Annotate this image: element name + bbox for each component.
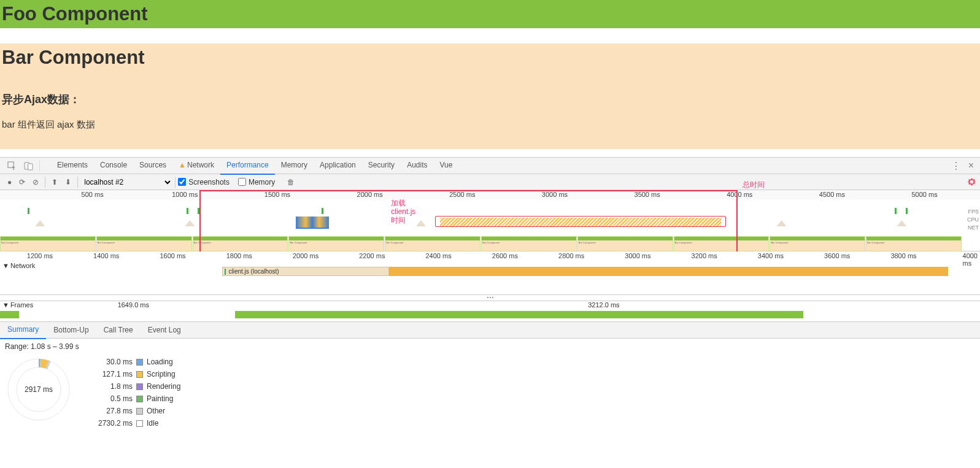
tab-application[interactable]: Application (314, 157, 362, 175)
close-icon[interactable]: × (968, 160, 974, 171)
legend-row-rendering: 1.8 msRendering (91, 380, 180, 393)
network-track[interactable]: client.js (localhost) (43, 261, 980, 294)
tab-console[interactable]: Console (94, 157, 133, 175)
bar-subtitle: 异步Ajax数据： (2, 92, 978, 107)
tab-list: ElementsConsoleSources▲NetworkPerformanc… (51, 157, 458, 175)
legend-row-idle: 2730.2 msIdle (91, 417, 180, 429)
page-preview: Foo Component Bar Component 异步Ajax数据： ba… (0, 0, 980, 149)
summary-legend: 30.0 msLoading127.1 msScripting1.8 msRen… (91, 356, 180, 429)
tab-sources[interactable]: Sources (133, 157, 172, 175)
tab-vue[interactable]: Vue (433, 157, 458, 175)
profile-selector[interactable]: localhost #2 (80, 177, 172, 187)
detail-tabs: SummaryBottom-UpCall TreeEvent Log (0, 322, 980, 339)
network-lane-label[interactable]: ▼Network (0, 261, 43, 270)
frames-track[interactable] (0, 311, 980, 321)
overview-timeline[interactable]: 500 ms1000 ms1500 ms2000 ms2500 ms3000 m… (0, 190, 980, 251)
collapsed-indicator[interactable]: ⋯ (0, 295, 980, 301)
legend-row-scripting: 127.1 msScripting (91, 368, 180, 380)
tab-memory[interactable]: Memory (275, 157, 314, 175)
devtools-panel: ElementsConsoleSources▲NetworkPerformanc… (0, 157, 980, 442)
flame-ruler: 1200 ms1400 ms1600 ms1800 ms2000 ms2200 … (0, 251, 980, 261)
tab-audits[interactable]: Audits (401, 157, 433, 175)
device-icon[interactable] (24, 161, 33, 171)
devtools-tabs: ElementsConsoleSources▲NetworkPerformanc… (0, 158, 980, 174)
legend-row-other: 27.8 msOther (91, 405, 180, 417)
load-profile-button[interactable]: ⬆ (52, 178, 58, 186)
frames-lane[interactable]: ▼Frames 1649.0 ms3212.0 ms (0, 301, 980, 322)
separator (77, 177, 78, 188)
reload-button[interactable]: ⟳ (19, 178, 25, 186)
bar-component: Bar Component 异步Ajax数据： bar 组件返回 ajax 数据 (0, 44, 980, 149)
save-profile-button[interactable]: ⬇ (65, 178, 71, 186)
summary-panel: Range: 1.08 s – 3.99 s 2917 ms 30.0 msLo… (0, 339, 980, 442)
more-icon[interactable]: ⋮ (951, 160, 960, 172)
separator (45, 177, 45, 188)
detail-tab-summary[interactable]: Summary (0, 321, 46, 339)
svg-rect-2 (28, 163, 33, 169)
summary-range: Range: 1.08 s – 3.99 s (5, 342, 975, 351)
tab-network[interactable]: ▲Network (172, 157, 220, 175)
clientjs-request-bar[interactable]: client.js (localhost) (222, 267, 389, 276)
annotation-total-time: 总时间 (743, 180, 765, 189)
legend-row-painting: 0.5 msPainting (91, 393, 180, 405)
settings-icon[interactable] (967, 177, 976, 186)
tab-security[interactable]: Security (362, 157, 401, 175)
bar-text: bar 组件返回 ajax 数据 (2, 119, 978, 131)
annotation-load-clientjs: 加载 client.js 时间 (391, 199, 415, 224)
script-exec-bar[interactable] (389, 267, 948, 276)
perf-toolbar: ● ⟳ ⊘ ⬆ ⬇ localhost #2 Screenshots Memor… (0, 174, 980, 190)
detail-tab-event-log[interactable]: Event Log (141, 322, 188, 339)
summary-donut-chart: 2917 ms (5, 356, 72, 423)
frames-label: ▼Frames (2, 301, 33, 309)
foo-component: Foo Component (0, 0, 980, 28)
separator (39, 160, 48, 171)
overview-lane-labels: FPS CPU NET (967, 208, 979, 232)
flame-chart[interactable]: 1200 ms1400 ms1600 ms1800 ms2000 ms2200 … (0, 251, 980, 295)
clear-button[interactable]: ⊘ (33, 178, 39, 186)
screenshots-checkbox[interactable]: Screenshots (178, 178, 230, 186)
record-button[interactable]: ● (7, 178, 12, 186)
legend-row-loading: 30.0 msLoading (91, 356, 180, 368)
donut-center-value: 2917 ms (25, 385, 53, 394)
memory-checkbox[interactable]: Memory (238, 178, 275, 186)
tab-performance[interactable]: Performance (220, 157, 275, 175)
detail-tab-bottom-up[interactable]: Bottom-Up (46, 322, 96, 339)
garbage-icon[interactable]: 🗑 (287, 178, 295, 186)
tab-elements[interactable]: Elements (51, 157, 94, 175)
inspect-icon[interactable] (7, 161, 17, 171)
bar-title: Bar Component (2, 47, 978, 69)
separator (175, 177, 176, 188)
detail-tab-call-tree[interactable]: Call Tree (96, 322, 141, 339)
